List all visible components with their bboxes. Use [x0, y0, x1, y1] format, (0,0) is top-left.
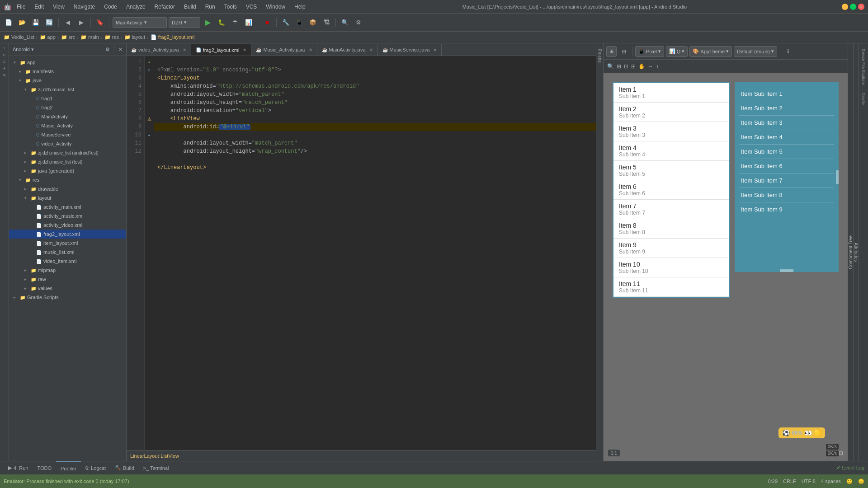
tree-activity-music[interactable]: 📄 activity_music.xml — [9, 211, 126, 221]
side-favorites[interactable]: ★ — [2, 66, 7, 71]
design-mode-btn[interactable]: ⊞ — [606, 46, 617, 57]
side-build-variants[interactable]: ⚙ — [2, 72, 7, 78]
menu-run[interactable]: Run — [203, 3, 217, 11]
menu-window[interactable]: Window — [264, 3, 287, 11]
menu-file[interactable]: File — [15, 3, 27, 11]
theme-dropdown[interactable]: 🎨 AppTheme ▾ — [689, 46, 732, 57]
tree-drawable[interactable]: ▸ 📁 drawable — [9, 184, 126, 193]
line-ending[interactable]: CRLF — [783, 479, 796, 484]
menu-tools[interactable]: Tools — [222, 3, 239, 11]
bread-src[interactable]: 📁 src — [61, 34, 75, 40]
project-gear-btn[interactable]: ⋮ — [112, 47, 117, 52]
event-log-btn[interactable]: ✔ Event Log — [836, 465, 864, 471]
resize-handle-bottom[interactable] — [780, 269, 793, 272]
tree-frag1[interactable]: C frag1 — [9, 94, 126, 103]
run-button[interactable]: ▶ — [202, 17, 214, 28]
indent-size[interactable]: 4 spaces — [821, 479, 841, 484]
tab-music-activity[interactable]: ☕ Music_Activity.java ✕ — [251, 44, 317, 56]
sdk-dropdown[interactable]: DZH ▾ — [169, 17, 200, 28]
tree-videoactivity[interactable]: C video_Activity — [9, 139, 126, 148]
menu-analyze[interactable]: Analyze — [124, 3, 147, 11]
tab-mainactivity[interactable]: ☕ MainActivity.java ✕ — [317, 44, 378, 56]
breadcrumb-listview[interactable]: ListView — [160, 453, 179, 459]
smiley-icon[interactable]: 🙂 — [846, 479, 853, 484]
save-all-btn[interactable]: 💾 — [30, 17, 42, 28]
tree-app[interactable]: ▾ 📁 app — [9, 58, 126, 67]
bread-layout[interactable]: 📁 layout — [124, 34, 145, 40]
component-tree-label[interactable]: Component Tree — [848, 235, 853, 269]
tab-todo[interactable]: TODO — [33, 461, 56, 475]
constraint-btn[interactable]: ↔ — [648, 63, 653, 70]
blueprint-btn[interactable]: ⊟ — [618, 46, 629, 57]
tree-java-gen[interactable]: ▸ 📁 java (generated) — [9, 166, 126, 175]
tree-res[interactable]: ▾ 📁 res — [9, 175, 126, 184]
palette-label[interactable]: Palette — [596, 47, 603, 65]
maximize-button[interactable]: □ — [850, 4, 856, 10]
breadcrumb-linearlayout[interactable]: LinearLayout — [130, 453, 159, 459]
coverage-btn[interactable]: ☂ — [229, 17, 241, 28]
tab-frag2-layout[interactable]: 📄 frag2_layout.xml ✕ — [191, 44, 252, 56]
zoom-in-btn[interactable]: 🔍 — [607, 63, 614, 70]
device-dropdown[interactable]: 📱 Pixel ▾ — [635, 46, 664, 57]
zoom-fit-btn[interactable]: ⊡ — [624, 63, 628, 70]
project-settings-btn[interactable]: ⚙ — [105, 47, 110, 52]
forward-btn[interactable]: ▶ — [75, 17, 87, 28]
menu-edit[interactable]: Edit — [33, 3, 46, 11]
tab-musicservice[interactable]: ☕ MusicService.java ✕ — [378, 44, 442, 56]
tree-musicactivity[interactable]: C Music_Activity — [9, 121, 126, 130]
bread-file[interactable]: 📄 frag2_layout.xml — [151, 34, 195, 40]
tree-mainactivity[interactable]: C MainActivity — [9, 112, 126, 121]
locale-dropdown[interactable]: Default (en-us) ▾ — [734, 46, 777, 57]
tree-test[interactable]: ▸ 📁 zj.dzh.music_list (test) — [9, 157, 126, 166]
tree-layout[interactable]: ▾ 📁 layout — [9, 193, 126, 202]
tree-activity-main[interactable]: 📄 activity_main.xml — [9, 202, 126, 211]
tree-mipmap[interactable]: ▸ 📁 mipmap — [9, 266, 126, 275]
profile-btn[interactable]: 📊 — [243, 17, 255, 28]
bread-vedio[interactable]: 📁 Vedio_List — [4, 34, 34, 40]
gradle-sync-btn[interactable]: 🔧 — [280, 17, 292, 28]
tree-androidtest[interactable]: ▸ 📁 zj.dzh.music_list (androidTest) — [9, 148, 126, 157]
tab-run[interactable]: ▶ 4: Run — [4, 461, 33, 475]
run-config-dropdown[interactable]: MainActivity ▾ — [113, 17, 167, 28]
tab-close-music-activity[interactable]: ✕ — [309, 47, 312, 52]
new-file-btn[interactable]: 📄 — [3, 17, 14, 28]
find-btn[interactable]: 🔍 — [339, 17, 351, 28]
tab-build[interactable]: 🔨 Build — [110, 461, 138, 475]
tree-item-layout[interactable]: 📄 item_layout.xml — [9, 239, 126, 248]
menu-code[interactable]: Code — [102, 3, 119, 11]
menu-view[interactable]: View — [51, 3, 66, 11]
project-struct-btn[interactable]: 🏗 — [321, 17, 332, 28]
tab-close-mainactivity[interactable]: ✕ — [369, 47, 373, 52]
project-close-btn[interactable]: ✕ — [118, 47, 123, 52]
bookmark-btn[interactable]: 🔖 — [94, 17, 106, 28]
tree-activity-video[interactable]: 📄 activity_video.xml — [9, 221, 126, 230]
bread-main[interactable]: 📁 main — [80, 34, 99, 40]
settings-btn[interactable]: ⚙ — [353, 17, 364, 28]
side-structure[interactable]: Z — [2, 59, 6, 65]
tree-manifests[interactable]: ▸ 📁 manifests — [9, 67, 126, 76]
side-project-icon[interactable]: 1 — [2, 45, 6, 51]
tree-raw[interactable]: ▸ 📁 raw — [9, 275, 126, 284]
tree-pkg[interactable]: ▾ 📁 zj.dzh.music_list — [9, 85, 126, 94]
open-btn[interactable]: 📂 — [16, 17, 28, 28]
zoom-actual-btn[interactable]: ⊞ — [617, 63, 621, 70]
grid-btn[interactable]: ⊞ — [631, 63, 636, 70]
menu-navigate[interactable]: Navigate — [72, 3, 97, 11]
aspect-ratio-btn[interactable]: 1:1 — [608, 450, 620, 456]
menu-vcs[interactable]: VCS — [244, 3, 259, 11]
cursor-position[interactable]: 8:29 — [768, 479, 778, 484]
api-dropdown[interactable]: 📊 Q ▾ — [666, 46, 688, 57]
tree-gradle[interactable]: ▸ 📁 Gradle Scripts — [9, 293, 126, 302]
resize-handle[interactable] — [836, 170, 839, 184]
tree-frag2[interactable]: C frag2 — [9, 103, 126, 112]
info-btn[interactable]: ℹ — [783, 46, 794, 57]
tree-music-list[interactable]: 📄 music_list.xml — [9, 248, 126, 257]
tab-close-video[interactable]: ✕ — [183, 47, 186, 52]
tree-frag2-layout[interactable]: 📄 frag2_layout.xml — [9, 230, 126, 239]
tab-close-frag2[interactable]: ✕ — [243, 47, 246, 52]
side-resource-manager[interactable]: R — [2, 52, 7, 58]
close-button[interactable]: ✕ — [858, 4, 864, 10]
size-btn[interactable]: ↕ — [656, 63, 659, 70]
tree-values[interactable]: ▸ 📁 values — [9, 284, 126, 293]
fit-screen-btn[interactable]: ⊡ — [839, 450, 843, 456]
